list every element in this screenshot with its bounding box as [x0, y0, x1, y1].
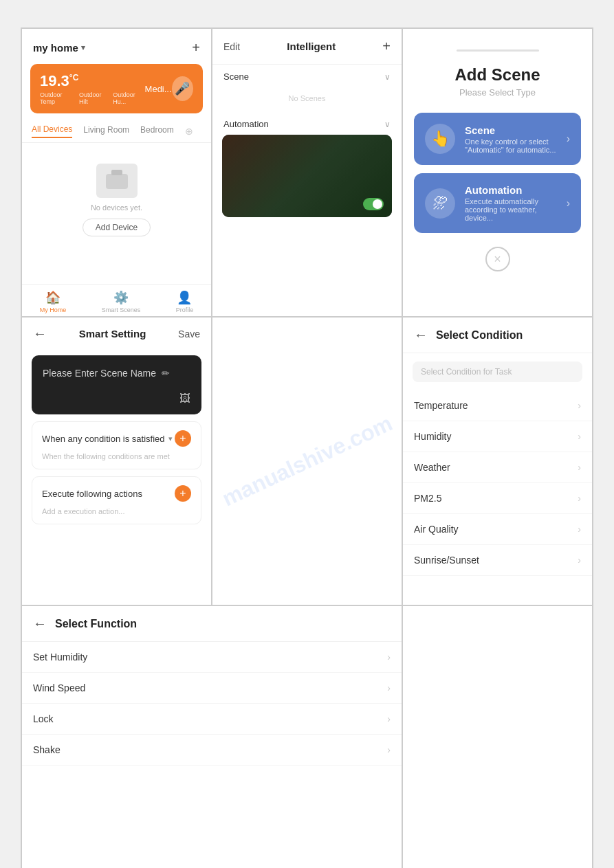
sf-item-lock[interactable]: Lock › [22, 704, 402, 735]
condition-dropdown-arrow[interactable]: ▾ [168, 434, 173, 443]
sf-back-btn[interactable]: ← [33, 616, 47, 632]
toggle-knob [373, 199, 382, 209]
cell-select-function: ← Select Function Set Humidity › Wind Sp… [21, 605, 402, 868]
scenes-header-title: Intelligent [287, 41, 336, 52]
cell-add-scene: Add Scene Please Select Type 👆 Scene One… [402, 28, 593, 317]
nav-home-label: My Home [40, 307, 67, 313]
myhome-header: my home ▾ + [22, 29, 211, 61]
sc-arrow-weather: › [578, 462, 581, 473]
add-scene-title: Add Scene [454, 65, 540, 85]
condition-desc: When the following conditions are met [42, 452, 191, 460]
room-search-icon[interactable]: ⊕ [185, 126, 193, 137]
close-button[interactable]: × [485, 247, 510, 271]
tab-living-room[interactable]: Living Room [83, 125, 129, 137]
sc-item-pm25[interactable]: PM2.5 › [403, 483, 592, 514]
no-devices-area: No devices yet. Add Device [22, 143, 211, 250]
ss-title-text: Smart Setting [79, 328, 146, 340]
weather-label-1: Outdoor Temp [40, 91, 74, 105]
weather-left: 19.3°C Outdoor Temp Outdoor Hilt Outdoor… [40, 72, 145, 105]
weather-temp: 19.3°C [40, 72, 145, 90]
ss-header: ← Smart Setting Save [22, 318, 211, 350]
scene-type-button[interactable]: 👆 Scene One key control or select "Autom… [414, 113, 581, 165]
sc-label-pm25: PM2.5 [414, 493, 441, 504]
execute-section: Execute following actions + Add a execut… [32, 476, 201, 524]
execute-desc: Add a execution action... [42, 507, 191, 515]
sc-item-sunrise[interactable]: Sunrise/Sunset › [403, 545, 592, 576]
sc-label-sunrise: Sunrise/Sunset [414, 555, 479, 566]
cell-my-home: my home ▾ + 19.3°C Outdoor Temp Outdoor … [21, 28, 212, 317]
scenes-edit-label[interactable]: Edit [223, 41, 240, 52]
sc-title-text: Select Condition [436, 329, 523, 342]
bottom-nav: 🏠 My Home ⚙️ Smart Scenes 👤 Profile [22, 284, 211, 316]
execute-add-btn[interactable]: + [175, 485, 191, 502]
automation-section-chevron: ∨ [384, 120, 391, 129]
ss-save-btn[interactable]: Save [178, 329, 200, 340]
scene-card-desc: One key control or select "Automatic" fo… [465, 137, 567, 154]
sc-back-btn[interactable]: ← [414, 327, 428, 343]
weather-mic-icon[interactable]: 🎤 [172, 76, 193, 101]
nav-item-myhome[interactable]: 🏠 My Home [40, 290, 67, 313]
condition-title-row: When any condition is satisfied ▾ [42, 434, 173, 444]
sc-item-temperature[interactable]: Temperature › [403, 390, 592, 421]
sc-label-humidity: Humidity [414, 431, 451, 442]
sf-item-windspeed[interactable]: Wind Speed › [22, 673, 402, 704]
add-device-button[interactable]: Add Device [83, 219, 151, 236]
tab-all-devices[interactable]: All Devices [32, 124, 72, 138]
scenes-plus-btn[interactable]: + [382, 38, 391, 54]
watermark-text: manualshive.com [218, 410, 396, 511]
image-icon[interactable]: 🖼 [179, 392, 190, 405]
scene-section-label: Scene [223, 71, 249, 82]
sf-item-shake[interactable]: Shake › [22, 735, 402, 766]
nav-profile-label: Profile [176, 307, 194, 313]
tab-bedroom[interactable]: Bedroom [140, 125, 174, 137]
sf-label-lock: Lock [33, 713, 54, 724]
nav-item-smartscenes[interactable]: ⚙️ Smart Scenes [102, 290, 141, 313]
cell-intelligent: Edit Intelligent + Scene ∨ No Scenes Aut… [212, 28, 402, 317]
execute-header: Execute following actions + [42, 485, 191, 502]
mic-icon: 🎤 [175, 81, 190, 96]
scene-name-card: Please Enter Scene Name ✏ 🖼 [32, 355, 201, 414]
home-plus-btn[interactable]: + [192, 40, 200, 56]
weather-label-3: Outdoor Hu... [113, 91, 144, 105]
profile-nav-icon: 👤 [177, 290, 192, 305]
sf-header: ← Select Function [22, 606, 402, 642]
condition-header: When any condition is satisfied ▾ + [42, 430, 191, 447]
condition-add-btn[interactable]: + [175, 430, 191, 447]
automation-type-button[interactable]: ⛈ Automation Execute automatically accor… [414, 173, 581, 233]
nav-scenes-label: Smart Scenes [102, 307, 141, 313]
pencil-icon[interactable]: ✏ [162, 368, 170, 379]
sc-item-humidity[interactable]: Humidity › [403, 421, 592, 452]
automation-card-desc: Execute automatically according to weath… [465, 197, 567, 222]
automation-toggle[interactable] [363, 198, 384, 210]
ss-back-btn[interactable]: ← [33, 326, 47, 342]
sc-arrow-temperature: › [578, 400, 581, 411]
sf-title-text: Select Function [55, 618, 137, 630]
close-icon: × [494, 252, 501, 267]
scene-name-placeholder: Please Enter Scene Name [43, 368, 156, 379]
svg-rect-1 [111, 170, 122, 175]
automation-card[interactable] [222, 135, 392, 217]
cell-empty-bottom-right [402, 605, 593, 868]
sc-item-weather[interactable]: Weather › [403, 452, 592, 483]
automation-card-icon: ⛈ [425, 188, 455, 219]
scene-name-row: Please Enter Scene Name ✏ [43, 368, 190, 379]
automation-card-arrow: › [567, 197, 570, 210]
sf-arrow-sethumidity: › [387, 652, 391, 663]
grid-container: my home ▾ + 19.3°C Outdoor Temp Outdoor … [21, 27, 593, 868]
automation-section-label: Automation [223, 119, 269, 129]
scene-card-text: Scene One key control or select "Automat… [465, 124, 567, 154]
nav-item-profile[interactable]: 👤 Profile [176, 290, 194, 313]
sc-arrow-sunrise: › [578, 555, 581, 566]
sc-item-airquality[interactable]: Air Quality › [403, 514, 592, 545]
weather-label-2: Outdoor Hilt [79, 91, 107, 105]
automation-card-text: Automation Execute automatically accordi… [465, 184, 567, 222]
automation-card-title: Automation [465, 184, 567, 196]
sc-arrow-airquality: › [578, 524, 581, 535]
scene-card-arrow: › [567, 133, 570, 145]
add-scene-subtitle: Please Select Type [459, 87, 536, 98]
sf-item-sethumidity[interactable]: Set Humidity › [22, 642, 402, 673]
sc-search-bar: Select Condition for Task [413, 361, 582, 382]
sc-label-weather: Weather [414, 462, 450, 473]
scene-hand-icon: 👆 [431, 130, 450, 148]
outer-wrapper: my home ▾ + 19.3°C Outdoor Temp Outdoor … [0, 0, 614, 868]
